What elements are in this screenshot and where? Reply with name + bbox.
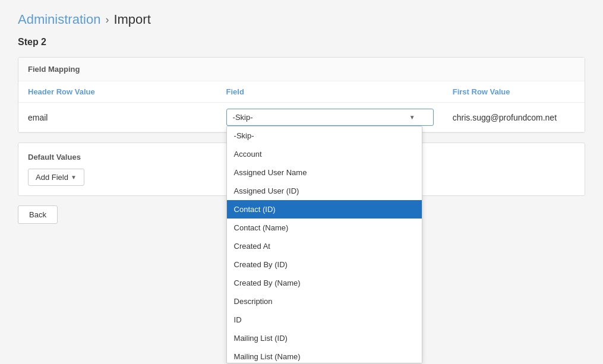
field-select-cell: -Skip- ▼ -Skip- Account Assigned User Na…	[217, 103, 443, 132]
add-field-caret-icon: ▼	[71, 174, 77, 181]
field-mapping-table-section: Header Row Value Field First Row Value e…	[18, 81, 585, 132]
add-field-label: Add Field	[36, 173, 68, 182]
dropdown-option-assigned-user-name[interactable]: Assigned User Name	[227, 163, 422, 182]
dropdown-list: -Skip- Account Assigned User Name Assign…	[226, 126, 422, 363]
dropdown-selected-text: -Skip-	[233, 113, 405, 122]
col-field: Field	[217, 81, 443, 103]
add-field-button[interactable]: Add Field ▼	[28, 169, 84, 186]
dropdown-option-created-at[interactable]: Created At	[227, 237, 422, 255]
col-header-row-value: Header Row Value	[18, 81, 217, 103]
breadcrumb-separator: ›	[105, 14, 109, 26]
dropdown-option-contact-id[interactable]: Contact (ID)	[227, 200, 422, 219]
field-mapping-table: Header Row Value Field First Row Value e…	[18, 81, 585, 132]
dropdown-option-created-by-name[interactable]: Created By (Name)	[227, 274, 422, 292]
field-dropdown-trigger[interactable]: -Skip- ▼	[226, 109, 434, 126]
dropdown-option-mailing-list-name[interactable]: Mailing List (Name)	[227, 347, 422, 363]
dropdown-option-mailing-list-id[interactable]: Mailing List (ID)	[227, 329, 422, 347]
step-title: Step 2	[18, 37, 585, 48]
breadcrumb-admin[interactable]: Administration	[18, 12, 100, 27]
dropdown-arrow-icon: ▼	[409, 114, 415, 121]
field-mapping-card: Field Mapping Header Row Value Field Fir…	[18, 57, 585, 133]
dropdown-option-assigned-user-id[interactable]: Assigned User (ID)	[227, 182, 422, 200]
field-dropdown-container: -Skip- ▼ -Skip- Account Assigned User Na…	[226, 109, 434, 126]
dropdown-option-id[interactable]: ID	[227, 311, 422, 329]
page-container: Administration › Import Step 2 Field Map…	[0, 0, 603, 364]
dropdown-option-description[interactable]: Description	[227, 292, 422, 311]
breadcrumb: Administration › Import	[18, 12, 585, 27]
dropdown-option-contact-name[interactable]: Contact (Name)	[227, 219, 422, 237]
dropdown-option-account[interactable]: Account	[227, 145, 422, 163]
col-first-row-value: First Row Value	[443, 81, 585, 103]
dropdown-option-skip[interactable]: -Skip-	[227, 126, 422, 145]
header-row-value-cell: email	[18, 103, 217, 132]
field-mapping-header: Field Mapping	[18, 58, 585, 81]
breadcrumb-current: Import	[113, 12, 150, 27]
back-button[interactable]: Back	[18, 205, 58, 224]
table-row: email -Skip- ▼ -Skip-	[18, 103, 585, 132]
first-row-value-cell: chris.sugg@profundcom.net	[443, 103, 585, 132]
dropdown-option-created-by-id[interactable]: Created By (ID)	[227, 255, 422, 274]
